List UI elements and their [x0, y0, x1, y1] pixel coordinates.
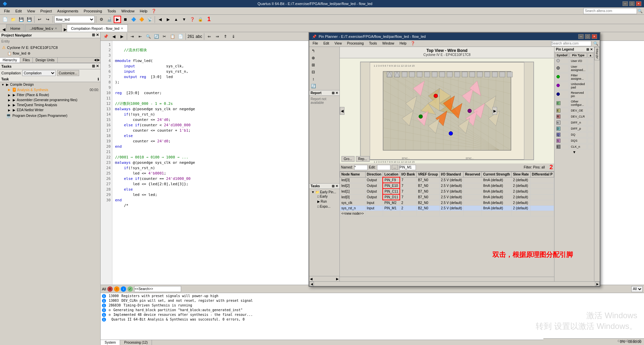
pp-scroll-track[interactable] — [314, 282, 595, 286]
filter-info[interactable]: i — [121, 286, 126, 292]
th-node-name[interactable]: Node Name — [340, 172, 365, 178]
pp-task-run[interactable]: ▶ Run — [316, 199, 337, 204]
pp-bottom-scrollbar[interactable]: ◀ ▶ — [309, 281, 600, 286]
code-tb-nav2[interactable]: ⇒ — [214, 33, 221, 40]
tb-fwd-btn[interactable]: ▶ — [164, 16, 172, 23]
th-current[interactable]: Current Strength — [482, 172, 512, 178]
tb-project-dropdown[interactable]: flow_led — [54, 16, 95, 23]
code-tb-outdent[interactable]: ⇤ — [137, 33, 144, 40]
tb-new-btn[interactable]: 📄 — [1, 16, 9, 23]
tb-save-all-btn[interactable]: 💾 — [25, 16, 33, 23]
filter-error[interactable]: ✕ — [107, 286, 113, 292]
th-reserved[interactable]: Reserved — [464, 172, 482, 178]
tb-lock-btn[interactable]: 🔒 — [197, 16, 204, 23]
task-timequest-expand[interactable]: ▶ — [8, 104, 11, 107]
menu-edit[interactable]: Edit — [13, 8, 24, 14]
close-button[interactable]: ✕ — [636, 1, 641, 6]
pp-chip-nav-left[interactable]: ◀ — [340, 107, 344, 115]
minimize-button[interactable]: ─ — [623, 1, 628, 6]
code-tb-abc[interactable]: abc — [195, 33, 203, 40]
pp-named-input[interactable] — [354, 165, 368, 170]
code-tb-next[interactable]: ▶ — [118, 33, 125, 40]
pp-menu-edit[interactable]: Edit — [321, 41, 331, 46]
pin-table-row[interactable]: led[2]OutputPIN_E107B7_N02.5 V (default)… — [340, 183, 554, 189]
pp-menu-help[interactable]: Help — [397, 41, 409, 46]
pp-center-scrollbar-h[interactable] — [340, 277, 554, 281]
pp-nav-right-btn[interactable]: ▶ — [336, 277, 339, 281]
pin-table-row[interactable]: sys_clkInputPIN_M22B2_N02.5 V (default)8… — [340, 200, 554, 206]
msg-tab-system[interactable]: System — [101, 340, 120, 345]
task-analysis-expand[interactable]: ▶ — [8, 88, 11, 91]
code-tb-copy[interactable]: 📋 — [169, 33, 176, 40]
th-slew[interactable]: Slew Rate — [512, 172, 530, 178]
pp-legend-scroll-down[interactable]: ▼ — [554, 150, 594, 154]
pin-table-row[interactable]: led[0]OutputPIN_D117B7_N02.5 V (default)… — [340, 194, 554, 200]
pin-table-row[interactable]: sys_rst_nInputPIN_M12B2_N02.5 V (default… — [340, 206, 554, 211]
code-tb-nav1[interactable]: ⇐ — [206, 33, 213, 40]
filter-debug[interactable]: ✓ — [127, 286, 133, 292]
pp-table-scroll[interactable]: Node Name Direction Location I/O Bank VR… — [340, 171, 554, 277]
msg-tab-processing[interactable]: Processing (12) — [120, 340, 152, 345]
pp-search-input[interactable] — [551, 41, 591, 46]
code-tb-bookmark[interactable]: 📌 — [102, 33, 109, 40]
pp-tb-btn3[interactable]: ⊞ — [310, 62, 317, 68]
tb-open-btn[interactable]: 📁 — [9, 16, 17, 23]
pp-search-btn[interactable]: 🔍 — [593, 41, 598, 46]
pp-edit-btn[interactable]: ... — [392, 165, 398, 170]
tb-start-btn[interactable]: ▶ — [114, 16, 121, 23]
pp-scroll-left-btn[interactable]: ◀ — [309, 282, 314, 286]
flow-select[interactable]: Compilation — [22, 70, 56, 76]
message-search[interactable] — [134, 286, 181, 292]
th-vref[interactable]: VREF Group — [417, 172, 439, 178]
th-io-std[interactable]: I/O Standard — [439, 172, 464, 178]
pp-menu-file[interactable]: File — [311, 41, 320, 46]
pp-close-btn[interactable]: ✕ — [592, 34, 597, 39]
tab-nav-left[interactable]: ◀ — [1, 27, 6, 32]
menu-window[interactable]: Window — [119, 8, 137, 14]
message-filter-select[interactable]: All — [631, 286, 643, 292]
customize-btn[interactable]: Customize... — [57, 70, 79, 76]
menu-file[interactable]: File — [1, 8, 13, 14]
menu-help[interactable]: Help — [137, 8, 150, 14]
pp-tb-btn5[interactable]: ↕ — [310, 76, 317, 82]
pp-maximize-btn[interactable]: □ — [585, 34, 590, 39]
pp-tb-btn4[interactable]: ⊟ — [310, 69, 317, 75]
pp-tb-btn2[interactable]: ⊕ — [310, 55, 317, 61]
pp-menu-view[interactable]: View — [332, 41, 344, 46]
task-eda-expand[interactable]: ▶ — [8, 109, 11, 112]
tb-netlist-btn[interactable]: 🔶 — [138, 16, 145, 23]
pin-table-row[interactable]: <<new node>> — [340, 211, 554, 216]
tab-rtl[interactable]: ../rtl/flow_led.v ✕ — [25, 24, 61, 32]
th-diff[interactable]: Differential P — [530, 172, 554, 178]
tb-back-btn[interactable]: ◀ — [156, 16, 164, 23]
code-tb-replace[interactable]: 🔄 — [153, 33, 160, 40]
tab-home[interactable]: Home — [6, 24, 24, 32]
search-button[interactable]: 🔍 — [638, 9, 643, 13]
pp-all-pins-tab[interactable]: All Pins — [594, 47, 600, 60]
pp-task-export[interactable]: □ Expo... — [316, 204, 337, 209]
tb-rtl-btn[interactable]: 🔷 — [130, 16, 137, 23]
tab-compilation-close[interactable]: ✕ — [121, 27, 123, 30]
pp-edit-input[interactable] — [377, 165, 390, 170]
pin-table-row[interactable]: led[3]OutputPIN_F97B7_N02.5 V (default)8… — [340, 177, 554, 183]
menu-assignments[interactable]: Assignments — [55, 8, 81, 14]
hier-nav-left[interactable]: ◀ — [94, 58, 97, 62]
pp-menu-processing[interactable]: Processing — [345, 41, 366, 46]
pp-menu-window[interactable]: Window — [380, 41, 396, 46]
pp-scroll-right-btn[interactable]: ▶ — [595, 282, 600, 286]
code-tb-nav4[interactable]: ⇓ — [230, 33, 237, 40]
menu-project[interactable]: Project — [38, 8, 54, 14]
tb-help-btn[interactable]: ❓ — [189, 16, 196, 23]
menu-view[interactable]: View — [24, 8, 38, 14]
pp-task-early[interactable]: □ Early — [316, 194, 337, 199]
code-tb-nav3[interactable]: ⇑ — [222, 33, 229, 40]
tb-save-btn[interactable]: 💾 — [17, 16, 25, 23]
pp-legend-th-scroll[interactable]: ▲ — [588, 53, 593, 58]
pp-nav-left-btn[interactable]: ◀ — [310, 277, 313, 281]
tb-compile-btn[interactable]: ⚙ — [98, 16, 105, 23]
search-input[interactable] — [583, 8, 637, 14]
tab-compilation[interactable]: Compilation Report - flow_led ✕ — [67, 24, 128, 32]
tb-redo-btn[interactable]: ↪ — [44, 16, 51, 23]
pin-table-row[interactable]: led[1]OutputPIN_C117B7_N02.5 V (default)… — [340, 189, 554, 194]
pp-minimize-btn[interactable]: ─ — [578, 34, 584, 39]
